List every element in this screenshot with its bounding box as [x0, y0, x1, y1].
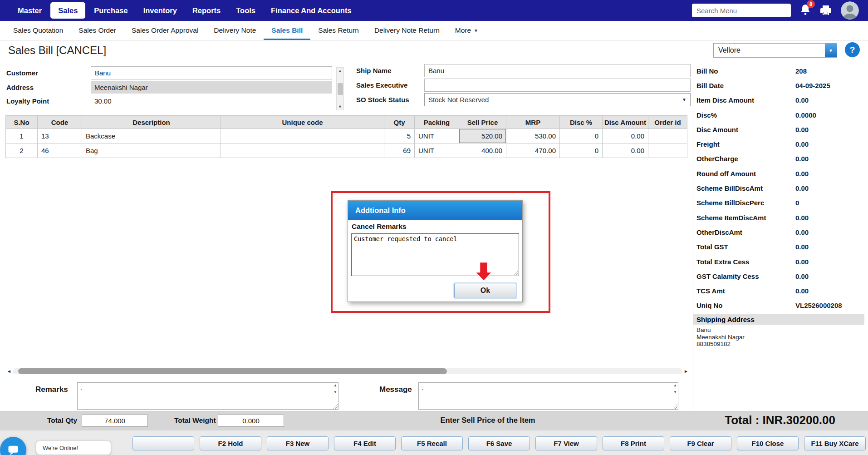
- cell-packing[interactable]: UNIT: [415, 143, 459, 158]
- modal-body: Cancel Remarks Customer requested to can…: [348, 220, 522, 302]
- fn-button-blank[interactable]: [132, 436, 194, 450]
- column-header-disc-amount: Disc Amount: [603, 116, 648, 129]
- sales-executive-input[interactable]: [424, 79, 691, 92]
- resize-grip[interactable]: [333, 404, 338, 409]
- scroll-up-icon[interactable]: ▲: [333, 384, 337, 387]
- cell-disc-amount[interactable]: 0.00: [603, 143, 648, 158]
- address-field[interactable]: Meenakshi Nagar: [91, 81, 332, 94]
- textarea-scroll-arrows[interactable]: ▲ ▼: [673, 384, 677, 394]
- cell-qty[interactable]: 5: [384, 129, 415, 143]
- fn-button-f5-recall[interactable]: F5 Recall: [401, 436, 463, 450]
- nav-item-purchase[interactable]: Purchase: [86, 0, 135, 21]
- chat-status-tooltip[interactable]: We're Online!: [36, 441, 111, 455]
- notification-button[interactable]: 8: [800, 4, 811, 17]
- cell-unique-code[interactable]: [221, 129, 384, 143]
- tab-sales-return[interactable]: Sales Return: [310, 21, 367, 40]
- nav-item-tools[interactable]: Tools: [228, 0, 263, 21]
- fn-button-f4-edit[interactable]: F4 Edit: [334, 436, 396, 450]
- tab-more[interactable]: More ▼: [447, 21, 486, 40]
- cell-qty[interactable]: 69: [384, 143, 415, 158]
- cell-mrp[interactable]: 530.00: [506, 129, 560, 143]
- help-button[interactable]: ?: [845, 42, 860, 57]
- scrollbar-track[interactable]: [13, 368, 682, 374]
- customer-input[interactable]: [91, 66, 332, 79]
- cell-disc-percent[interactable]: 0: [560, 129, 603, 143]
- search-input[interactable]: [692, 4, 791, 17]
- sell-price-cell-selected[interactable]: 520.00: [459, 129, 506, 143]
- summary-row-bill-no: Bill No208: [693, 64, 868, 78]
- cell-unique-code[interactable]: [221, 143, 384, 158]
- cell-code[interactable]: 46: [38, 143, 82, 158]
- scrollbar-thumb[interactable]: [18, 368, 447, 374]
- nav-item-sales[interactable]: Sales: [50, 2, 85, 19]
- fn-button-f9-clear[interactable]: F9 Clear: [670, 436, 731, 450]
- cancel-remarks-textarea[interactable]: Customer requested to cancel: [351, 233, 519, 276]
- cell-description[interactable]: Backcase: [82, 129, 221, 143]
- cell-disc-amount[interactable]: 0.00: [603, 129, 648, 143]
- summary-row-bill-date: Bill Date04-09-2025: [693, 78, 868, 93]
- printer-icon: [820, 5, 832, 16]
- cell-sno[interactable]: 2: [6, 143, 38, 158]
- cell-code[interactable]: 13: [38, 129, 82, 143]
- resize-grip[interactable]: [672, 404, 677, 409]
- fn-button-f3-new[interactable]: F3 New: [267, 436, 329, 450]
- ok-button[interactable]: Ok: [454, 283, 516, 298]
- message-textarea[interactable]: . ▲ ▼: [418, 382, 678, 410]
- nav-item-finance-and-accounts[interactable]: Finance And Accounts: [263, 0, 359, 21]
- ship-name-input[interactable]: [424, 64, 691, 77]
- cell-disc-percent[interactable]: 0: [560, 143, 603, 158]
- cell-description[interactable]: Bag: [82, 143, 221, 158]
- scroll-down-icon[interactable]: ▼: [333, 391, 337, 394]
- scroll-up-icon[interactable]: ▲: [673, 384, 677, 387]
- total-qty-input[interactable]: [82, 415, 148, 427]
- fn-button-f8-print[interactable]: F8 Print: [603, 436, 664, 450]
- scroll-down-icon[interactable]: ▼: [673, 391, 677, 394]
- tab-delivery-note[interactable]: Delivery Note: [206, 21, 264, 40]
- summary-row-scheme-item-disc-amt: Scheme ItemDiscAmt0.00: [693, 210, 868, 225]
- form-scrollbar[interactable]: ▲ ▼: [336, 67, 344, 110]
- summary-label: Total GST: [696, 243, 795, 251]
- summary-value: 0.00: [795, 140, 809, 148]
- function-key-bar: F2 Hold F3 New F4 Edit F5 Recall F6 Save…: [0, 430, 868, 455]
- fn-button-f6-save[interactable]: F6 Save: [468, 436, 530, 450]
- remarks-textarea[interactable]: . ▲ ▼: [77, 382, 338, 410]
- summary-value: 0.00: [795, 258, 809, 266]
- tab-delivery-note-return[interactable]: Delivery Note Return: [367, 21, 447, 40]
- fn-button-f10-close[interactable]: F10 Close: [737, 436, 799, 450]
- fn-button-f11-buy-xcare[interactable]: F11 Buy XCare: [804, 436, 866, 450]
- scroll-down-icon[interactable]: ▼: [338, 104, 342, 109]
- total-weight-input[interactable]: [218, 415, 284, 427]
- summary-label: TCS Amt: [696, 287, 795, 295]
- scroll-left-icon[interactable]: ◄: [5, 369, 13, 374]
- summary-label: Total Extra Cess: [696, 258, 795, 266]
- tab-sales-order[interactable]: Sales Order: [71, 21, 124, 40]
- summary-row-other-charge: OtherCharge0.00: [693, 152, 868, 166]
- scroll-up-icon[interactable]: ▲: [338, 69, 342, 73]
- chat-status-text: We're Online!: [43, 445, 78, 451]
- cell-sno[interactable]: 1: [6, 129, 38, 143]
- tab-sales-order-approval[interactable]: Sales Order Approval: [124, 21, 206, 40]
- nav-item-inventory[interactable]: Inventory: [136, 0, 185, 21]
- textarea-scroll-arrows[interactable]: ▲ ▼: [333, 384, 337, 394]
- summary-value: VL2526000208: [795, 302, 842, 309]
- cell-mrp[interactable]: 470.00: [506, 143, 560, 158]
- print-button[interactable]: [820, 5, 832, 16]
- tab-sales-quotation[interactable]: Sales Quotation: [5, 21, 71, 40]
- tab-sales-bill[interactable]: Sales Bill: [264, 21, 310, 40]
- fn-button-f2-hold[interactable]: F2 Hold: [200, 436, 261, 450]
- chevron-down-icon[interactable]: ▼: [825, 44, 837, 57]
- horizontal-scrollbar[interactable]: ◄ ►: [5, 367, 690, 375]
- nav-item-master[interactable]: Master: [10, 0, 49, 21]
- user-avatar[interactable]: [841, 1, 859, 20]
- fn-button-f7-view[interactable]: F7 View: [535, 436, 597, 450]
- scroll-right-icon[interactable]: ►: [682, 369, 690, 374]
- cell-order-id[interactable]: [648, 143, 687, 158]
- scrollbar-thumb[interactable]: [338, 83, 343, 95]
- cell-sell-price[interactable]: 400.00: [459, 143, 506, 158]
- nav-item-reports[interactable]: Reports: [185, 0, 228, 21]
- cell-packing[interactable]: UNIT: [415, 129, 459, 143]
- cell-order-id[interactable]: [648, 129, 687, 143]
- so-stock-status-select[interactable]: Stock Not Reserved ▼: [424, 93, 691, 106]
- branch-dropdown[interactable]: Vellore ▼: [713, 43, 837, 58]
- resize-grip[interactable]: [513, 270, 518, 275]
